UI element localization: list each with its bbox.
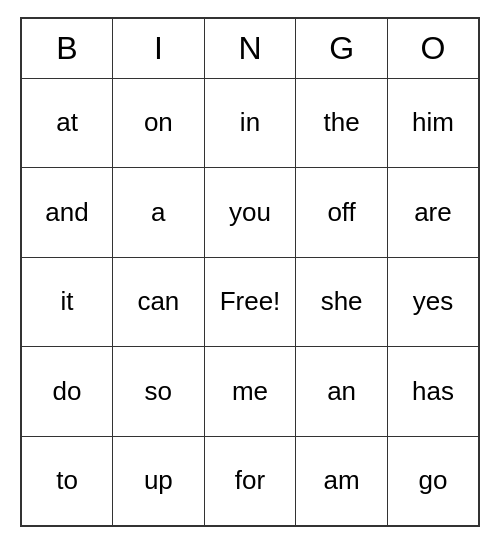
bingo-row: itcanFree!sheyes	[21, 257, 479, 347]
cell-r4-c2[interactable]: for	[204, 436, 296, 526]
cell-r1-c3[interactable]: off	[296, 168, 388, 258]
cell-r2-c3[interactable]: she	[296, 257, 388, 347]
cell-r4-c3[interactable]: am	[296, 436, 388, 526]
cell-r0-c2[interactable]: in	[204, 78, 296, 168]
cell-r0-c3[interactable]: the	[296, 78, 388, 168]
bingo-header-row: BINGO	[21, 18, 479, 78]
bingo-row: andayouoffare	[21, 168, 479, 258]
cell-r1-c2[interactable]: you	[204, 168, 296, 258]
cell-r4-c1[interactable]: up	[113, 436, 205, 526]
cell-r3-c1[interactable]: so	[113, 347, 205, 437]
bingo-row: dosomeanhas	[21, 347, 479, 437]
header-col-n: N	[204, 18, 296, 78]
cell-r3-c2[interactable]: me	[204, 347, 296, 437]
cell-r1-c1[interactable]: a	[113, 168, 205, 258]
cell-r3-c4[interactable]: has	[387, 347, 479, 437]
cell-r3-c3[interactable]: an	[296, 347, 388, 437]
cell-r1-c4[interactable]: are	[387, 168, 479, 258]
header-col-g: G	[296, 18, 388, 78]
cell-r4-c4[interactable]: go	[387, 436, 479, 526]
header-col-b: B	[21, 18, 113, 78]
bingo-body: atoninthehimandayouoffareitcanFree!sheye…	[21, 78, 479, 526]
cell-r0-c0[interactable]: at	[21, 78, 113, 168]
cell-r2-c2[interactable]: Free!	[204, 257, 296, 347]
header-col-o: O	[387, 18, 479, 78]
cell-r4-c0[interactable]: to	[21, 436, 113, 526]
cell-r2-c0[interactable]: it	[21, 257, 113, 347]
bingo-card: BINGO atoninthehimandayouoffareitcanFree…	[20, 17, 480, 527]
header-col-i: I	[113, 18, 205, 78]
cell-r3-c0[interactable]: do	[21, 347, 113, 437]
cell-r2-c4[interactable]: yes	[387, 257, 479, 347]
cell-r1-c0[interactable]: and	[21, 168, 113, 258]
cell-r2-c1[interactable]: can	[113, 257, 205, 347]
bingo-row: atoninthehim	[21, 78, 479, 168]
cell-r0-c1[interactable]: on	[113, 78, 205, 168]
cell-r0-c4[interactable]: him	[387, 78, 479, 168]
bingo-row: toupforamgo	[21, 436, 479, 526]
